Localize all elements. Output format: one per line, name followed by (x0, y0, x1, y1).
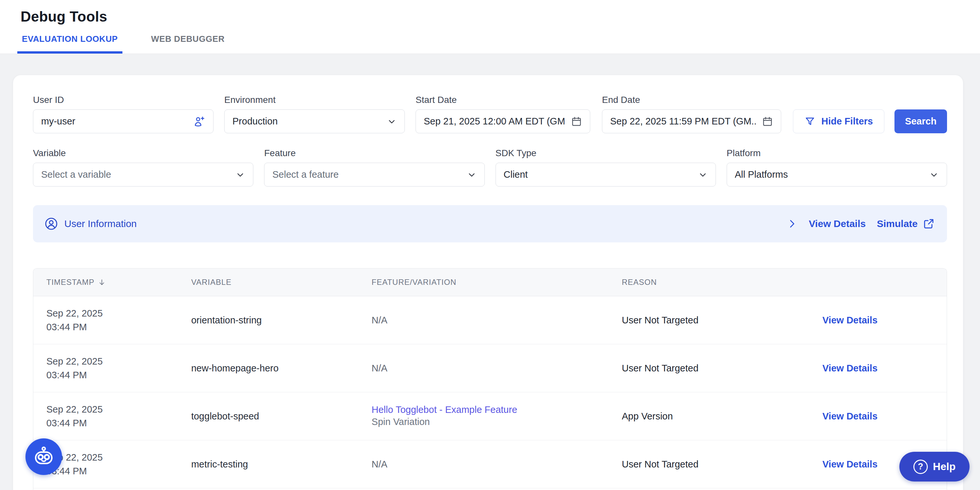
table-row: Sep 22, 202503:44 PM metric-testing N/A … (33, 441, 947, 488)
feature-select[interactable]: Select a feature (264, 163, 484, 187)
cell-variable: metric-testing (178, 459, 359, 470)
togglebot-fab-button[interactable] (25, 438, 62, 475)
cell-variable: togglebot-speed (178, 411, 359, 422)
table-row-partial (33, 488, 947, 490)
platform-select[interactable]: All Platforms (727, 163, 947, 187)
page-header: Debug Tools EVALUATION LOOKUP WEB DEBUGG… (0, 0, 980, 54)
tab-web-debugger[interactable]: WEB DEBUGGER (146, 34, 229, 54)
table-row: Sep 22, 202503:44 PM orientation-string … (33, 296, 947, 344)
cell-timestamp-date: Sep 22, 2025 (46, 402, 178, 416)
cell-variable: orientation-string (178, 315, 359, 326)
person-add-icon[interactable] (193, 115, 205, 128)
column-header-feature-variation[interactable]: FEATURE/VARIATION (358, 278, 608, 287)
row-view-details-link[interactable]: View Details (809, 315, 947, 326)
question-circle-icon: ? (913, 460, 928, 474)
filter-row-primary: User ID my-user Environment Production (33, 95, 947, 133)
tab-evaluation-lookup[interactable]: EVALUATION LOOKUP (17, 34, 123, 54)
chevron-down-icon (235, 170, 245, 180)
simulate-link[interactable]: Simulate (877, 218, 935, 230)
hide-filters-button[interactable]: Hide Filters (793, 109, 885, 133)
hide-filters-label: Hide Filters (821, 116, 873, 127)
environment-label: Environment (224, 95, 405, 105)
cell-reason: User Not Targeted (609, 363, 810, 374)
cell-timestamp-date: Sep 22, 2025 (46, 450, 178, 464)
cell-feature-na: N/A (372, 363, 387, 373)
platform-value: All Platforms (735, 169, 788, 180)
funnel-icon (804, 116, 816, 127)
sdk-type-label: SDK Type (496, 148, 716, 158)
end-date-input[interactable]: Sep 22, 2025 11:59 PM EDT (GM... (602, 109, 781, 133)
table-row: Sep 22, 202503:44 PM togglebot-speed Hel… (33, 392, 947, 441)
help-button[interactable]: ? Help (899, 452, 970, 482)
calendar-icon[interactable] (762, 116, 773, 127)
table-row: Sep 22, 202503:44 PM new-homepage-hero N… (33, 344, 947, 392)
user-id-value: my-user (41, 116, 75, 127)
cell-variation: Spin Variation (372, 415, 608, 428)
search-button[interactable]: Search (894, 109, 947, 133)
row-view-details-link[interactable]: View Details (809, 411, 947, 422)
end-date-label: End Date (602, 95, 781, 105)
cell-variable: new-homepage-hero (178, 363, 359, 374)
cell-reason: App Version (609, 411, 810, 422)
chevron-down-icon (698, 170, 708, 180)
start-date-label: Start Date (415, 95, 590, 105)
chevron-down-icon (387, 117, 397, 126)
chevron-down-icon (929, 170, 939, 180)
platform-label: Platform (727, 148, 947, 158)
environment-value: Production (232, 116, 278, 127)
external-link-icon (923, 218, 935, 230)
filter-row-secondary: Variable Select a variable Feature Selec… (33, 148, 947, 187)
column-header-reason[interactable]: REASON (609, 278, 810, 287)
feature-placeholder: Select a feature (272, 169, 339, 180)
user-information-bar: User Information View Details Simulate (33, 205, 947, 243)
help-label: Help (933, 461, 956, 473)
cell-feature-na: N/A (372, 315, 387, 326)
arrow-down-icon (98, 278, 106, 286)
cell-timestamp-date: Sep 22, 2025 (46, 354, 178, 368)
sdk-type-select[interactable]: Client (496, 163, 716, 187)
cell-timestamp-time: 03:44 PM (46, 416, 178, 430)
row-view-details-link[interactable]: View Details (809, 363, 947, 374)
start-date-value: Sep 21, 2025 12:00 AM EDT (GM... (424, 116, 566, 127)
user-id-input[interactable]: my-user (33, 109, 213, 133)
column-header-timestamp[interactable]: TIMESTAMP (33, 278, 178, 287)
table-header-row: TIMESTAMP VARIABLE FEATURE/VARIATION REA… (33, 268, 947, 296)
variable-select[interactable]: Select a variable (33, 163, 253, 187)
cell-reason: User Not Targeted (609, 459, 810, 470)
togglebot-robot-icon (32, 445, 56, 468)
calendar-icon[interactable] (571, 116, 582, 127)
start-date-input[interactable]: Sep 21, 2025 12:00 AM EDT (GM... (415, 109, 590, 133)
cell-feature-link[interactable]: Hello Togglebot - Example Feature (372, 404, 608, 415)
debug-tools-card: User ID my-user Environment Production (13, 75, 963, 490)
variable-label: Variable (33, 148, 253, 158)
simulate-label: Simulate (877, 218, 918, 229)
cell-feature-na: N/A (372, 459, 387, 469)
cell-timestamp-date: Sep 22, 2025 (46, 306, 178, 320)
chevron-down-icon (467, 170, 477, 180)
feature-label: Feature (264, 148, 484, 158)
cell-timestamp-time: 03:44 PM (46, 464, 178, 478)
evaluations-table: TIMESTAMP VARIABLE FEATURE/VARIATION REA… (33, 268, 947, 490)
page-title: Debug Tools (21, 8, 980, 25)
variable-placeholder: Select a variable (41, 169, 111, 180)
cell-timestamp-time: 03:44 PM (46, 320, 178, 334)
environment-select[interactable]: Production (224, 109, 405, 133)
user-id-label: User ID (33, 95, 213, 105)
cell-timestamp-time: 03:44 PM (46, 368, 178, 382)
end-date-value: Sep 22, 2025 11:59 PM EDT (GM... (610, 116, 757, 127)
view-details-link[interactable]: View Details (809, 218, 866, 229)
user-information-title: User Information (64, 218, 137, 229)
column-header-variable[interactable]: VARIABLE (178, 278, 359, 287)
sdk-type-value: Client (504, 169, 528, 180)
chevron-right-icon[interactable] (786, 218, 797, 229)
user-circle-icon (44, 217, 59, 231)
tab-bar: EVALUATION LOOKUP WEB DEBUGGER (17, 34, 229, 54)
cell-reason: User Not Targeted (609, 315, 810, 326)
